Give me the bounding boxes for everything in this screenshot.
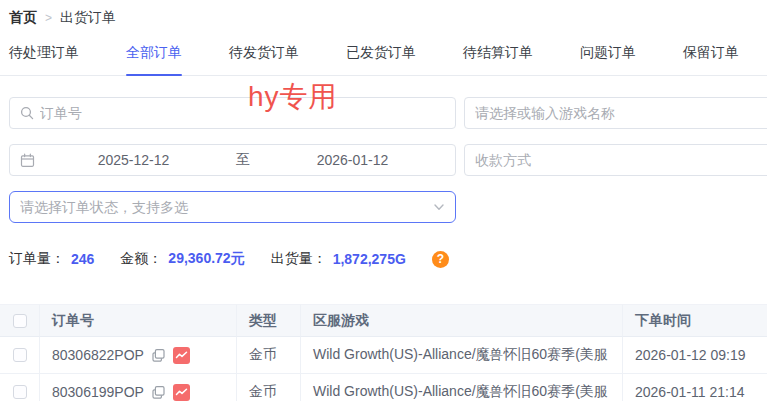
order-no-input[interactable] xyxy=(40,105,445,121)
watermark-text: hy专用 xyxy=(248,78,338,116)
stat-shipment: 出货量： 1,872,275G xyxy=(271,250,406,268)
date-range-separator: 至 xyxy=(232,151,254,169)
order-no-value: 80306822POP xyxy=(52,347,144,363)
type-cell: 金币 xyxy=(237,337,301,374)
select-all-checkbox[interactable] xyxy=(13,314,27,328)
date-end-value[interactable]: 2026-01-12 xyxy=(260,152,445,168)
chevron-down-icon xyxy=(433,201,445,213)
breadcrumb-current: 出货订单 xyxy=(60,9,116,27)
tab-shipped-orders[interactable]: 已发货订单 xyxy=(346,44,416,75)
breadcrumb-separator-icon: > xyxy=(45,11,52,25)
game-name-select-field[interactable] xyxy=(464,97,767,129)
date-start-value[interactable]: 2025-12-12 xyxy=(41,152,226,168)
table-body: 80306822POP 金币 Wild Growth(US)-Alliance/… xyxy=(0,337,767,401)
header-order-time: 下单时间 xyxy=(623,304,767,337)
price-trend-icon[interactable] xyxy=(173,384,190,401)
header-select-all-cell xyxy=(0,304,40,337)
server-game-cell: Wild Growth(US)-Alliance/魔兽怀旧60赛季(美服 xyxy=(301,374,623,401)
order-time-cell: 2026-01-11 21:14 xyxy=(623,374,767,401)
order-status-multiselect[interactable] xyxy=(9,191,456,223)
amount-label: 金额： xyxy=(120,250,162,268)
header-type: 类型 xyxy=(237,304,301,337)
row-checkbox[interactable] xyxy=(13,348,27,362)
payment-method-input[interactable] xyxy=(475,152,767,168)
table-row: 80306199POP 金币 Wild Growth(US)-Alliance/… xyxy=(0,374,767,401)
tab-to-settle-orders[interactable]: 待结算订单 xyxy=(463,44,533,75)
row-checkbox[interactable] xyxy=(13,385,27,399)
orders-table: 订单号 类型 区服游戏 下单时间 80306822POP xyxy=(0,304,767,401)
order-tabs: 待处理订单 全部订单 待发货订单 已发货订单 待结算订单 问题订单 保留订单 xyxy=(0,44,767,76)
stat-order-count: 订单量： 246 xyxy=(9,250,94,268)
payment-method-select-field[interactable] xyxy=(464,144,767,176)
order-status-input[interactable] xyxy=(20,199,427,215)
calendar-icon xyxy=(20,153,35,168)
type-cell: 金币 xyxy=(237,374,301,401)
table-header-row: 订单号 类型 区服游戏 下单时间 xyxy=(0,304,767,337)
server-game-cell: Wild Growth(US)-Alliance/魔兽怀旧60赛季(美服 xyxy=(301,337,623,374)
copy-icon[interactable] xyxy=(151,385,166,400)
help-question-icon[interactable]: ? xyxy=(432,251,449,268)
tab-all-orders[interactable]: 全部订单 xyxy=(126,44,182,75)
breadcrumb-home[interactable]: 首页 xyxy=(9,9,37,27)
order-count-value: 246 xyxy=(71,251,94,267)
order-time-cell: 2026-01-12 09:19 xyxy=(623,337,767,374)
copy-icon[interactable] xyxy=(151,348,166,363)
order-no-value: 80306199POP xyxy=(52,384,144,400)
stat-amount: 金额： 29,360.72元 xyxy=(120,250,244,268)
shipment-label: 出货量： xyxy=(271,250,327,268)
order-no-cell: 80306199POP xyxy=(40,374,237,401)
tab-held-orders[interactable]: 保留订单 xyxy=(683,44,739,75)
filter-panel: 2025-12-12 至 2026-01-12 hy专用 xyxy=(9,97,767,223)
shipment-orders-page: 首页 > 出货订单 待处理订单 全部订单 待发货订单 已发货订单 待结算订单 问… xyxy=(0,0,767,401)
amount-value: 29,360.72元 xyxy=(168,250,244,268)
order-no-search-field[interactable] xyxy=(9,97,456,129)
row-select-cell xyxy=(0,374,40,401)
table-row: 80306822POP 金币 Wild Growth(US)-Alliance/… xyxy=(0,337,767,374)
price-trend-icon[interactable] xyxy=(173,347,190,364)
order-count-label: 订单量： xyxy=(9,250,65,268)
tab-pending-orders[interactable]: 待处理订单 xyxy=(9,44,79,75)
game-name-input[interactable] xyxy=(475,105,767,121)
header-order-no: 订单号 xyxy=(40,304,237,337)
row-select-cell xyxy=(0,337,40,374)
tab-to-ship-orders[interactable]: 待发货订单 xyxy=(229,44,299,75)
search-icon xyxy=(20,106,34,120)
summary-stats: 订单量： 246 金额： 29,360.72元 出货量： 1,872,275G … xyxy=(9,250,767,268)
order-no-cell: 80306822POP xyxy=(40,337,237,374)
header-server-game: 区服游戏 xyxy=(301,304,623,337)
shipment-value: 1,872,275G xyxy=(333,251,406,267)
tab-problem-orders[interactable]: 问题订单 xyxy=(580,44,636,75)
date-range-picker[interactable]: 2025-12-12 至 2026-01-12 xyxy=(9,144,456,176)
breadcrumb: 首页 > 出货订单 xyxy=(0,0,767,27)
